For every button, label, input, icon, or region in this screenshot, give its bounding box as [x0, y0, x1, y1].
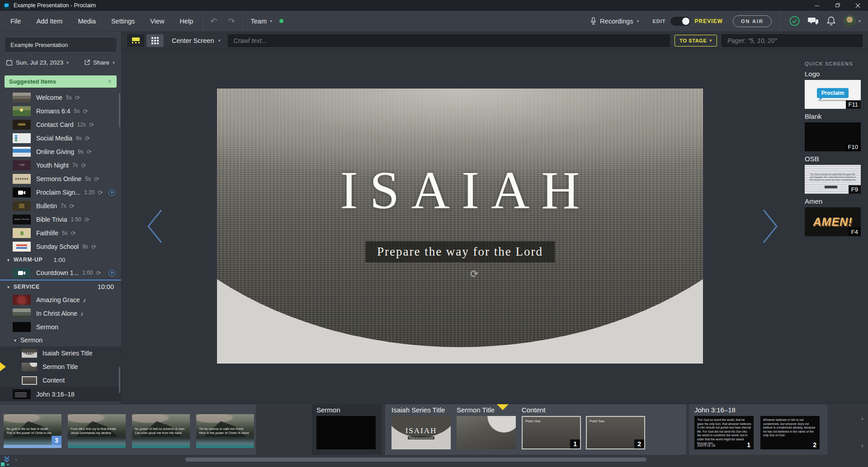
quick-screen-blank-label: Blank [805, 112, 863, 120]
list-item-sunday-school[interactable]: Sunday School8s⟳ [0, 240, 121, 253]
list-item-romans[interactable]: Romans 6:45s⟳ [0, 104, 121, 118]
lyric-slide-thumbnail[interactable]: Till He returns or calls me homeHere in … [196, 414, 254, 448]
play-icon[interactable] [108, 270, 115, 276]
screen-selector-label: Center Screen [172, 37, 214, 44]
date-picker[interactable]: Sun, Jul 23, 2023 ▾ [6, 59, 69, 66]
minimize-button[interactable] [807, 0, 827, 11]
redo-button[interactable]: ↷ [222, 16, 240, 26]
close-button[interactable] [848, 0, 868, 11]
team-dropdown[interactable]: Team ▾ [251, 18, 273, 25]
bell-icon[interactable] [827, 16, 835, 26]
chat-icon[interactable] [808, 17, 819, 26]
list-item-content[interactable]: Content [0, 374, 121, 387]
scripture-slide-thumbnail[interactable]: "For God so loved the world, that he gav… [694, 416, 754, 449]
current-slide-preview[interactable]: ISAIAH Prepare the way for the Lord ⟳ [217, 89, 703, 364]
pager-input[interactable] [722, 34, 863, 47]
chevron-down-icon: ▾ [218, 38, 221, 43]
menu-divider [203, 11, 203, 32]
menu-add-item[interactable]: Add Item [28, 11, 70, 32]
sidebar-scrollbar[interactable] [119, 93, 120, 127]
list-item-sermon-media[interactable]: Sermon [0, 320, 121, 334]
quick-screen-amen[interactable]: AMEN! F4 [805, 207, 861, 236]
filmstrip-section-john: John 3:16–18 "For God so loved the world… [689, 404, 827, 455]
menu-help[interactable]: Help [172, 11, 201, 32]
list-item-bible-trivia[interactable]: Bible Trivia1:50⟳ [0, 213, 121, 226]
lyric-slide-thumbnail[interactable]: From life's first cry to final breathJes… [68, 414, 126, 448]
list-item-faithlife[interactable]: Faithlife5s⟳ [0, 226, 121, 240]
list-item-countdown[interactable]: Countdown 1...1:00⟳ [0, 266, 121, 280]
sermon-slide-thumbnail[interactable] [316, 416, 376, 449]
screen-selector-dropdown[interactable]: Center Screen ▾ [172, 37, 221, 44]
menu-view[interactable]: View [142, 11, 172, 32]
lyric-slide-thumbnail[interactable]: No guilt in life no fear in deathThis is… [4, 414, 61, 448]
presentation-name-input[interactable] [5, 38, 116, 51]
edit-preview-toggle[interactable] [670, 17, 690, 26]
content-slide-thumbnail[interactable]: Point One 1 [522, 416, 581, 449]
user-menu[interactable]: ▾ [844, 15, 861, 27]
section-warm-up[interactable]: ▾ WARM-UP 1:00 [0, 253, 121, 266]
menu-media[interactable]: Media [70, 11, 104, 32]
main-area: Center Screen ▾ TO STAGE ▾ ISAIAH Prepar… [122, 32, 868, 404]
suggested-items-banner: Suggested Items ✕ [5, 75, 117, 88]
list-item-in-christ-alone[interactable]: In Christ Alone♪ [0, 307, 121, 320]
filmstrip-view-button[interactable] [127, 34, 144, 47]
grid-view-button[interactable] [146, 34, 164, 47]
slide-number-badge: 2 [810, 440, 820, 449]
title-bar: Example Presentation - Proclaim [0, 0, 868, 11]
close-icon[interactable]: ✕ [107, 78, 112, 85]
menu-settings[interactable]: Settings [104, 11, 142, 32]
scripture-slide-thumbnail[interactable]: Whoever believes in him is not condemned… [760, 416, 820, 449]
list-item-sermon-title[interactable]: Sermon Title [0, 360, 121, 374]
undo-button[interactable]: ↶ [205, 16, 222, 26]
list-item-john-3-16-18[interactable]: John 3:16–18 [0, 387, 121, 402]
section-header: Sermon Title [457, 406, 495, 414]
share-button[interactable]: Share ▾ [85, 59, 115, 66]
list-item-bulletin[interactable]: Bulletin7s⟳ [0, 199, 121, 213]
crawl-text-input[interactable] [228, 34, 670, 47]
list-item-amazing-grace[interactable]: Amazing Grace♪ [0, 293, 121, 307]
list-item-youth-night[interactable]: Youth Night7s⟳ [0, 159, 121, 172]
list-item-proclaim-signal[interactable]: Proclaim Sign...1:20⟳ [0, 186, 121, 199]
quick-screen-logo-label: Logo [805, 70, 863, 78]
section-service[interactable]: ▾ SERVICE 10:00 [0, 280, 121, 293]
item-thumbnail [13, 106, 31, 116]
maximize-button[interactable] [827, 0, 848, 11]
lyric-slide-thumbnail[interactable]: No power of hell no scheme of manCan eve… [132, 414, 190, 448]
list-item-sermons-online[interactable]: Sermons Online5s⟳ [0, 172, 121, 186]
list-item-isaiah-series-title[interactable]: ISAIAHIsaiah Series Title [0, 346, 121, 360]
scroll-down-icon[interactable]: ▼ [860, 444, 864, 448]
quick-screen-blank[interactable]: F10 [805, 122, 861, 151]
to-stage-button[interactable]: TO STAGE ▾ [675, 35, 717, 47]
scroll-up-icon[interactable]: ▲ [860, 416, 864, 420]
slide-number-badge: 1 [570, 439, 580, 448]
list-item-social-media[interactable]: Social Media6s⟳ [0, 131, 121, 145]
status-accent-square [1, 462, 5, 466]
sidebar-scrollbar[interactable] [119, 367, 120, 393]
window-title: Example Presentation - Proclaim [14, 2, 96, 9]
item-thumbnail: ISAIAH [22, 349, 37, 358]
list-item-online-giving[interactable]: Online Giving9s⟳ [0, 145, 121, 159]
sync-check-icon[interactable] [789, 16, 800, 26]
sermon-title-thumbnail[interactable] [457, 416, 516, 449]
isaiah-series-title-thumbnail[interactable]: ISAIAH Prepare the way for the Lord [392, 416, 451, 449]
menu-file[interactable]: File [3, 11, 28, 32]
play-icon[interactable] [108, 189, 115, 196]
quick-screens-header: QUICK SCREENS [805, 61, 863, 66]
content-slide-thumbnail[interactable]: Point Two 2 [586, 416, 645, 449]
list-item-welcome[interactable]: Welcome5s⟳ [0, 91, 121, 104]
filmstrip-scrollbar[interactable] [185, 458, 646, 462]
item-thumbnail [13, 160, 31, 170]
jump-to-current-icon[interactable] [4, 456, 10, 462]
loop-icon: ⟳ [70, 203, 75, 209]
next-slide-arrow[interactable] [761, 209, 779, 244]
quick-screen-amen-label: Amen [805, 197, 863, 205]
team-label: Team [251, 18, 267, 25]
sermon-group-header[interactable]: ▾ Sermon [0, 334, 121, 346]
quick-screen-osb[interactable]: For God so loved the world that He gave … [805, 165, 861, 194]
list-item-contact-card[interactable]: Contact Card12s⟳ [0, 118, 121, 131]
on-air-button[interactable]: ON AIR [733, 15, 772, 27]
item-thumbnail [22, 363, 37, 371]
recordings-dropdown[interactable]: Recordings ▾ [590, 17, 639, 25]
quick-screen-logo[interactable]: Proclaim F11 [805, 80, 861, 109]
previous-slide-arrow[interactable] [146, 209, 164, 244]
